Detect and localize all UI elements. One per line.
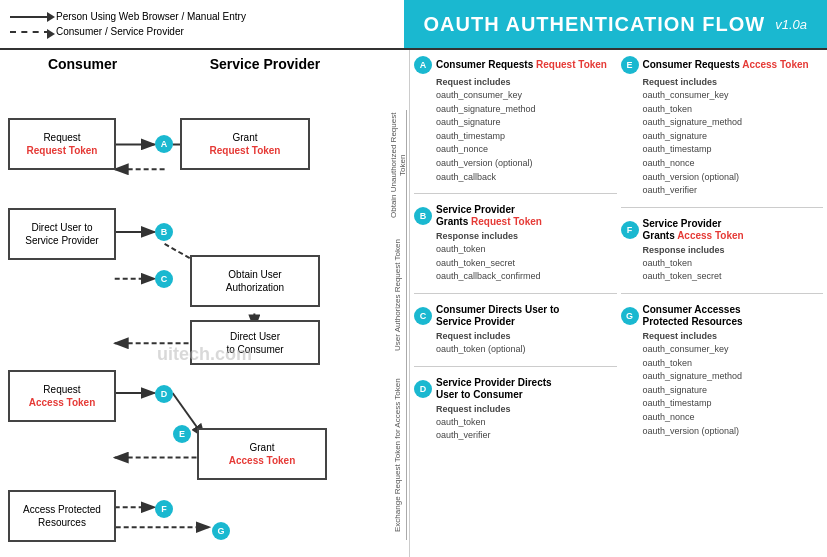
info-header-f: F Service ProviderGrants Access Token [621,218,824,242]
info-item-g-6: oauth_nonce [643,411,824,424]
badge-e-diagram: E [173,425,191,443]
info-item-e-1: oauth_consumer_key [643,89,824,102]
info-item-e-4: oauth_signature [643,130,824,143]
badge-c-diagram: C [155,270,173,288]
badge-d-diagram: D [155,385,173,403]
info-section-g: G Consumer AccessesProtected Resources R… [621,304,824,437]
divider-bc [414,293,617,294]
solid-line-icon [10,16,50,18]
grant-request-token-box: GrantRequest Token [180,118,310,170]
info-section-f: F Service ProviderGrants Access Token Re… [621,218,824,283]
info-title-c: Consumer Directs User toService Provider [436,304,559,328]
legend-dashed-label: Consumer / Service Provider [56,26,184,37]
info-section-c: C Consumer Directs User toService Provid… [414,304,617,356]
direct-user-box: Direct User toService Provider [8,208,116,260]
info-item-a-3: oauth_signature [436,116,617,129]
badge-g-diagram: G [212,522,230,540]
title-box: OAUTH AUTHENTICATION FLOW v1.0a [404,0,827,48]
info-subtitle-f: Response includes [643,245,824,255]
diagram-panel: Consumer Service Provider [0,50,410,557]
info-title-g: Consumer AccessesProtected Resources [643,304,743,328]
main-title: OAUTH AUTHENTICATION FLOW [424,13,766,36]
access-protected-box: Access ProtectedResources [8,490,116,542]
request-access-token-box: RequestAccess Token [8,370,116,422]
badge-f-diagram: F [155,500,173,518]
info-col-left: A Consumer Requests Request Token Reques… [414,56,617,551]
info-item-b-1: oauth_token [436,243,617,256]
info-subtitle-c: Request includes [436,331,617,341]
info-header-d: D Service Provider DirectsUser to Consum… [414,377,617,401]
info-subtitle-e: Request includes [643,77,824,87]
info-section-b: B Service ProviderGrants Request Token R… [414,204,617,283]
divider-fg [621,293,824,294]
info-item-e-6: oauth_nonce [643,157,824,170]
divider-ab [414,193,617,194]
divider-ef [621,207,824,208]
info-item-c-1: oauth_token (optional) [436,343,617,356]
info-badge-c: C [414,307,432,325]
info-item-g-3: oauth_signature_method [643,370,824,383]
info-section-d: D Service Provider DirectsUser to Consum… [414,377,617,442]
badge-a-diagram: A [155,135,173,153]
info-item-e-2: oauth_token [643,103,824,116]
info-item-b-2: oauth_token_secret [436,257,617,270]
info-header-e: E Consumer Requests Access Token [621,56,824,74]
info-item-g-1: oauth_consumer_key [643,343,824,356]
info-item-g-7: oauth_version (optional) [643,425,824,438]
info-header-g: G Consumer AccessesProtected Resources [621,304,824,328]
legend: Person Using Web Browser / Manual Entry … [0,0,404,48]
info-item-a-2: oauth_signature_method [436,103,617,116]
info-title-b: Service ProviderGrants Request Token [436,204,542,228]
info-item-f-1: oauth_token [643,257,824,270]
grant-access-token-box: GrantAccess Token [197,428,327,480]
divider-cd [414,366,617,367]
info-title-d: Service Provider DirectsUser to Consumer [436,377,552,401]
section-label-1: Obtain Unauthorized Request Token [389,110,407,220]
direct-consumer-box: Direct Userto Consumer [190,320,320,365]
version-label: v1.0a [775,17,807,32]
badge-b-diagram: B [155,223,173,241]
request-token-box: RequestRequest Token [8,118,116,170]
section-label-2: User Authorizes Request Token [389,220,407,370]
info-item-e-7: oauth_version (optional) [643,171,824,184]
info-item-a-5: oauth_nonce [436,143,617,156]
info-item-d-2: oauth_verifier [436,429,617,442]
info-title-e: Consumer Requests Access Token [643,59,809,71]
consumer-header: Consumer [0,56,165,72]
legend-dashed: Consumer / Service Provider [10,26,394,37]
info-item-d-1: oauth_token [436,416,617,429]
info-subtitle-g: Request includes [643,331,824,341]
info-badge-d: D [414,380,432,398]
info-badge-g: G [621,307,639,325]
info-header-b: B Service ProviderGrants Request Token [414,204,617,228]
info-item-f-2: oauth_token_secret [643,270,824,283]
obtain-auth-box: Obtain UserAuthorization [190,255,320,307]
info-section-a: A Consumer Requests Request Token Reques… [414,56,617,183]
info-item-e-3: oauth_signature_method [643,116,824,129]
info-header-a: A Consumer Requests Request Token [414,56,617,74]
info-header-c: C Consumer Directs User toService Provid… [414,304,617,328]
info-panel: A Consumer Requests Request Token Reques… [410,50,827,557]
column-headers: Consumer Service Provider [0,50,409,74]
info-section-e: E Consumer Requests Access Token Request… [621,56,824,197]
main-content: Consumer Service Provider [0,50,827,557]
legend-solid-label: Person Using Web Browser / Manual Entry [56,11,246,22]
info-item-b-3: oauth_callback_confirmed [436,270,617,283]
info-title-a: Consumer Requests Request Token [436,59,607,71]
info-item-g-5: oauth_timestamp [643,397,824,410]
info-item-a-7: oauth_callback [436,171,617,184]
header: Person Using Web Browser / Manual Entry … [0,0,827,50]
provider-header: Service Provider [175,56,355,72]
info-col-right: E Consumer Requests Access Token Request… [621,56,824,551]
info-badge-f: F [621,221,639,239]
dashed-line-icon [10,31,50,33]
info-subtitle-a: Request includes [436,77,617,87]
info-item-g-2: oauth_token [643,357,824,370]
info-badge-a: A [414,56,432,74]
legend-solid: Person Using Web Browser / Manual Entry [10,11,394,22]
info-item-a-4: oauth_timestamp [436,130,617,143]
info-subtitle-b: Response includes [436,231,617,241]
info-item-a-6: oauth_version (optional) [436,157,617,170]
info-item-g-4: oauth_signature [643,384,824,397]
info-title-f: Service ProviderGrants Access Token [643,218,744,242]
